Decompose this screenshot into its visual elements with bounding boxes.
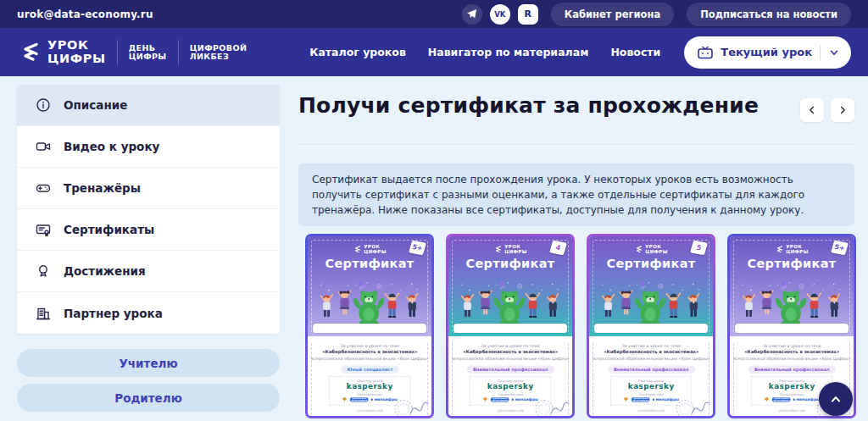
nav-link-catalog[interactable]: Каталог уроков [309, 46, 406, 58]
digital-economy-logo: ЦИФРОВАЯ ЭКОНОМИКА [772, 397, 791, 402]
sidebar: Описание Видео к уроку Тренажёры Сертифи… [17, 85, 280, 415]
building-icon [36, 306, 51, 321]
certificate-line3: всероссийской образовательной акции «Уро… [589, 356, 713, 361]
button-divider [820, 45, 821, 60]
den-cifry-link[interactable]: ДЕНЬ ЦИФРЫ [129, 44, 167, 61]
carousel-prev-button[interactable] [800, 98, 824, 122]
region-cabinet-button[interactable]: Кабинет региона [551, 3, 674, 26]
sidebar-item-label: Достижения [64, 264, 146, 278]
logo-chevrons-icon [17, 42, 41, 63]
sidebar-item-achievements[interactable]: Достижения [17, 251, 280, 292]
title-divider [298, 144, 854, 145]
video-camera-icon [36, 139, 51, 154]
parent-button[interactable]: Родителю [17, 384, 280, 412]
certificate-info-box: Сертификат выдается после прохождения ур… [298, 163, 854, 226]
sidebar-item-label: Видео к уроку [64, 140, 159, 153]
certificate-card[interactable]: УРОКЦИФРЫ 5 Сертификат За участие в урок… [587, 234, 715, 418]
certificate-line1: За участие в уроке по теме [448, 343, 572, 348]
name-field [594, 324, 708, 333]
certificate-header: УРОКЦИФРЫ 5+ Сертификат [730, 236, 854, 336]
lesson-topic: «Кибербезопасность в экосистемах» [448, 349, 572, 354]
sidebar-item-label: Описание [64, 98, 127, 112]
certificate-header: УРОКЦИФРЫ 5 Сертификат [589, 236, 713, 336]
name-field [313, 324, 426, 333]
sidebar-item-label: Сертификаты [64, 223, 154, 236]
sidebar-item-certificates[interactable]: Сертификаты [17, 209, 280, 251]
brand-divider [117, 40, 118, 65]
chevron-left-icon [806, 104, 818, 116]
certificate-line3: всероссийской образовательной акции «Уро… [730, 356, 854, 361]
logo-chevrons-icon [493, 246, 502, 253]
digital-economy-logo: ЦИФРОВАЯ ЭКОНОМИКА [350, 397, 369, 402]
telegram-icon[interactable] [462, 4, 482, 25]
logo-chevrons-icon [775, 246, 783, 253]
kids-illustration [448, 281, 572, 327]
certificate-body: За участие в уроке по теме «Кибербезопас… [308, 343, 431, 416]
brand-line2: ЦИФРЫ [504, 249, 526, 254]
kaspersky-logo: kaspersky [470, 382, 550, 391]
lesson-topic: «Кибербезопасность в экосистемах» [730, 349, 854, 354]
rank-badge: Внимательный профессионал [748, 365, 835, 374]
certificate-header: УРОКЦИФРЫ 4 Сертификат [448, 236, 572, 336]
stamp-signature-icon [533, 395, 570, 416]
emblem-icon [764, 396, 769, 402]
certificate-card[interactable]: УРОКЦИФРЫ 5+ Сертификат За участие в уро… [305, 234, 434, 418]
certificate-body: За участие в уроке по теме «Кибербезопас… [448, 343, 572, 416]
sidebar-item-trainers[interactable]: Тренажёры [17, 168, 280, 209]
digital-economy-logo: ЦИФРОВАЯ ЭКОНОМИКА [491, 397, 509, 402]
likbez-line1: ЦИФРОВОЙ [190, 44, 248, 53]
vk-icon[interactable]: VK [490, 4, 510, 25]
logo-chevrons-icon [634, 246, 643, 253]
kids-illustration [308, 281, 431, 327]
sidebar-item-description[interactable]: Описание [17, 85, 280, 126]
scroll-to-top-button[interactable] [819, 382, 853, 416]
certificate-card[interactable]: УРОКЦИФРЫ 4 Сертификат За участие в урок… [446, 234, 575, 418]
sidebar-item-video[interactable]: Видео к уроку [17, 126, 280, 168]
certificate-body: За участие в уроке по теме «Кибербезопас… [589, 343, 713, 416]
medal-icon [36, 263, 51, 279]
cifrovoy-likbez-link[interactable]: ЦИФРОВОЙ ЛИКБЕЗ [190, 44, 248, 61]
page-title: Получи сертификат за прохождение [298, 93, 759, 118]
carousel-next-button[interactable] [831, 98, 854, 122]
certificate-icon [36, 222, 51, 237]
lesson-topic: «Кибербезопасность в экосистемах» [308, 349, 431, 354]
certificate-title: Сертификат [589, 257, 713, 270]
logo[interactable]: УРОК ЦИФРЫ [17, 39, 106, 64]
certificate-line3: всероссийской образовательной акции «Уро… [308, 356, 431, 361]
subscribe-news-button[interactable]: Подписаться на новости [687, 3, 851, 26]
brand-line2: ЦИФРЫ [645, 249, 667, 254]
brand-line2: ЦИФРЫ [786, 249, 808, 254]
telegram-plane-icon [466, 8, 477, 19]
sidebar-item-partner[interactable]: Партнер урока [17, 292, 280, 334]
nav-link-navigator[interactable]: Навигатор по материалам [428, 46, 589, 58]
emblem-icon [342, 396, 347, 402]
carousel-arrows [800, 98, 854, 122]
main-content: Получи сертификат за прохождение Сертифи… [298, 76, 854, 421]
tv-icon [698, 46, 713, 59]
chevron-down-icon [828, 47, 840, 58]
current-lesson-button[interactable]: Текущий урок [684, 36, 851, 69]
info-icon [36, 97, 51, 113]
certificate-title: Сертификат [730, 257, 854, 270]
teacher-button[interactable]: Учителю [17, 349, 280, 377]
kaspersky-logo: kaspersky [611, 382, 691, 391]
emblem-icon [623, 396, 628, 402]
topbar-actions: VK R Кабинет региона Подписаться на ново… [462, 3, 851, 26]
sidebar-item-label: Тренажёры [64, 181, 141, 195]
rutube-icon[interactable]: R [518, 4, 538, 25]
name-field [735, 324, 849, 333]
logo-text: УРОК ЦИФРЫ [47, 39, 106, 64]
nav-links: Каталог уроков Навигатор по материалам Н… [309, 46, 660, 58]
rank-badge: Юный специалист [341, 365, 398, 374]
certificate-line1: За участие в уроке по теме [589, 343, 713, 348]
nav-link-news[interactable]: Новости [610, 46, 660, 58]
gamepad-icon [36, 180, 51, 196]
contact-email: urok@data-economy.ru [17, 8, 153, 20]
kaspersky-logo: kaspersky [752, 382, 832, 391]
certificate-title: Сертификат [308, 257, 431, 270]
den-cifry-line2: ЦИФРЫ [129, 53, 167, 61]
stamp-signature-icon [674, 395, 711, 416]
name-field [453, 324, 567, 333]
kids-illustration [730, 281, 854, 327]
likbez-line2: ЛИКБЕЗ [190, 53, 248, 61]
